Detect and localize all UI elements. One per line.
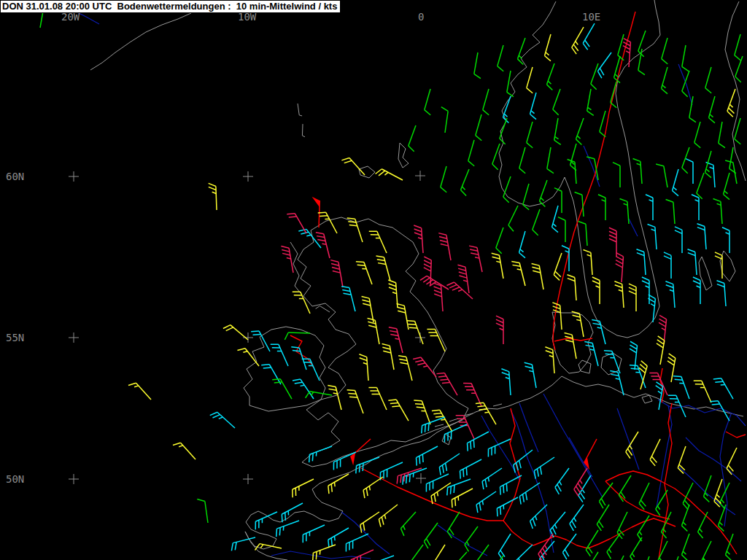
wind-barb [567,275,576,300]
wind-barb-stroke [659,315,667,319]
wind-barb [694,381,711,402]
wind-barb-stroke [648,225,655,228]
wind-barb [388,280,398,308]
wind-barb [650,439,660,466]
wind-barb-stroke [413,357,421,359]
wind-barb [525,362,536,388]
wind-barb-stroke [597,71,601,79]
wind-barb-stroke [317,239,325,241]
wind-barb-stroke [532,263,540,265]
wind-barb-stroke [583,43,587,50]
coastline [552,312,593,373]
wind-barb-stroke [649,200,653,201]
wind-barb-stroke [484,412,489,413]
wind-barb [379,505,398,527]
wind-barb-stroke [496,316,503,319]
wind-barb-stroke [651,304,654,306]
wind-barb-stroke [623,46,630,50]
wind-barb-stroke [408,324,416,325]
wind-barb [698,512,708,538]
wind-barb-stroke [434,294,441,297]
wind-barb-stroke [498,45,503,66]
wind-barb-stroke [428,423,429,431]
wind-barb [538,534,553,560]
wind-barb [697,173,704,199]
wind-barb-stroke [474,52,478,74]
wind-barb [476,114,481,141]
wind-barb-stroke [452,552,467,560]
wind-barb-stroke [534,457,554,471]
wind-barb [519,231,525,258]
wind-barb [460,169,469,195]
wind-barb [444,424,467,443]
wind-barb-stroke [555,524,557,528]
wind-barb-stroke [299,115,302,116]
wind-barb-stroke [587,111,594,115]
wind-barb-stroke [586,550,590,556]
wind-barb-stroke [607,552,611,559]
wind-barb-stroke [404,474,405,482]
wind-barb-stroke [511,262,519,263]
wind-barb-stroke [716,281,724,284]
wind-barb-stroke [477,247,482,272]
wind-barb-stroke [293,379,301,381]
wind-barb [376,169,403,180]
wind-barb-stroke [547,168,554,173]
wind-barb [433,545,445,560]
wind-barb-stroke [454,282,473,299]
wind-barb-stroke [601,499,605,506]
wind-barb [492,253,503,279]
wind-barb [312,197,320,228]
wind-barb-stroke [710,114,713,117]
wind-barb-stroke [442,465,444,473]
wind-barb [545,34,551,61]
wind-barb [646,195,653,220]
wind-barb-stroke [500,328,503,330]
wind-barb [519,147,525,174]
wind-barb-stroke [719,143,725,147]
coastline [725,1,746,181]
wind-barb [424,523,438,548]
wind-barb [341,287,355,311]
wind-barb-stroke [497,508,498,516]
wind-barb-stroke [440,379,448,380]
wind-barb-stroke [479,409,487,410]
graticule-cross-icon [243,332,253,343]
wind-barb-stroke [235,542,236,550]
wind-barb [633,159,642,184]
wind-barb-stroke [577,136,580,139]
wind-barb [583,23,595,50]
wind-barb-stroke [441,244,449,246]
wind-barb-stroke [333,393,338,394]
wind-barb-stroke [582,489,584,493]
wind-barb-stroke [665,281,673,284]
wind-barb [475,545,489,560]
wind-barb-stroke [344,293,352,295]
wind-barb-stroke [209,183,216,186]
wind-barb-stroke [503,176,511,197]
coastline [627,254,659,338]
wind-barb-stroke [618,34,624,55]
wind-barb [648,225,657,249]
wind-barb-stroke [496,228,503,248]
wind-barb-stroke [440,240,448,242]
wind-barb-stroke [441,187,446,192]
wind-barb-stroke [441,107,448,112]
wind-barb [572,27,584,54]
wind-barb [309,446,332,462]
wind-barb-stroke [463,469,464,477]
wind-barb-stroke [422,417,445,425]
wind-barb [460,459,481,479]
wind-barb-stroke [432,410,440,411]
wind-barb [380,462,403,481]
graticule-cross-icon [243,171,253,182]
wind-barb [496,316,503,344]
wind-barb-stroke [295,382,303,384]
wind-barb-stroke [452,499,452,508]
wind-barb-stroke [309,454,310,462]
wind-barb [356,262,372,284]
wind-barb-stroke [533,271,541,273]
wind-barb-stroke [445,111,448,133]
wind-barb-stroke [611,374,619,376]
wind-barb-stroke [572,521,576,528]
